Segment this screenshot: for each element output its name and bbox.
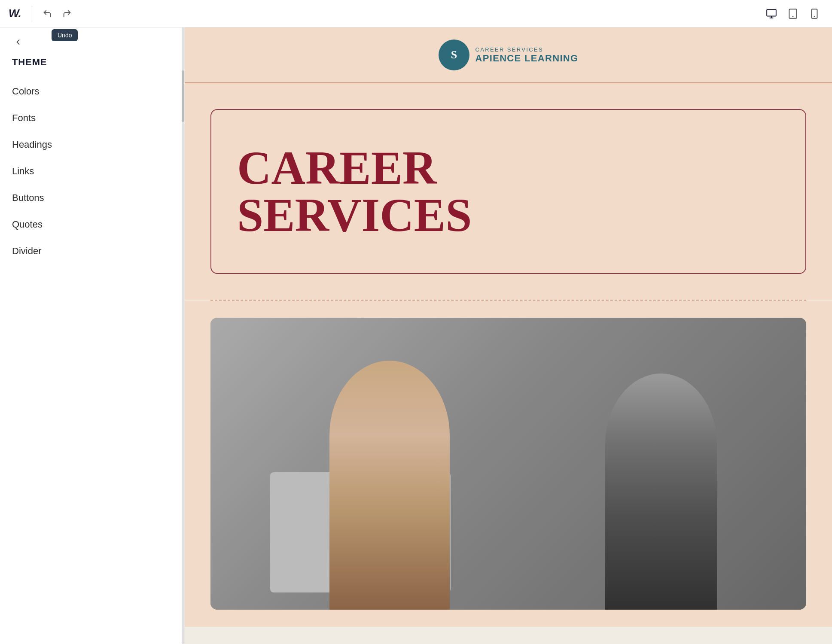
sidebar-item-fonts[interactable]: Fonts	[0, 105, 184, 131]
device-switcher	[762, 5, 823, 23]
tablet-icon	[787, 8, 798, 19]
person-left-silhouette	[329, 361, 450, 610]
sidebar-scrollbar[interactable]	[182, 27, 184, 644]
sidebar-item-links[interactable]: Links	[0, 158, 184, 185]
site-header: S CAREER SERVICES APIENCE LEARNING	[185, 27, 832, 83]
hero-title-line1: CAREER	[237, 142, 437, 194]
desktop-view-button[interactable]	[762, 5, 780, 23]
canvas-area: S CAREER SERVICES APIENCE LEARNING CAREE…	[185, 27, 832, 644]
topbar-actions	[39, 6, 75, 22]
photo-box	[210, 318, 806, 610]
sidebar-item-headings[interactable]: Headings	[0, 131, 184, 158]
site-logo-icon: S	[439, 39, 469, 70]
hero-box: CAREER SERVICES	[210, 109, 806, 274]
site-logo-area: S CAREER SERVICES APIENCE LEARNING	[439, 39, 579, 70]
sidebar-item-colors[interactable]: Colors	[0, 78, 184, 105]
back-button[interactable]	[12, 36, 24, 48]
sidebar-scroll-thumb	[182, 70, 184, 122]
website-preview: S CAREER SERVICES APIENCE LEARNING CAREE…	[185, 27, 832, 644]
sidebar-item-buttons[interactable]: Buttons	[0, 185, 184, 211]
topbar: W.	[0, 0, 832, 27]
redo-icon	[62, 9, 72, 18]
mobile-view-button[interactable]	[805, 5, 823, 23]
site-logo-maintext: APIENCE LEARNING	[475, 53, 579, 64]
svg-rect-0	[767, 9, 776, 16]
svg-text:S: S	[451, 49, 457, 61]
brand-logo-svg: S	[443, 44, 465, 66]
sidebar-back-area	[0, 27, 184, 52]
undo-button[interactable]	[39, 6, 55, 22]
sidebar: THEME Colors Fonts Headings Links Button…	[0, 27, 185, 644]
app-logo: W.	[9, 7, 21, 20]
sidebar-item-quotes[interactable]: Quotes	[0, 211, 184, 238]
tablet-view-button[interactable]	[784, 5, 802, 23]
mobile-icon	[809, 8, 820, 19]
desktop-icon	[766, 8, 777, 19]
hero-title-line2: SERVICES	[237, 189, 472, 241]
redo-button[interactable]	[59, 6, 75, 22]
hero-title: CAREER SERVICES	[237, 144, 780, 239]
photo-section	[185, 301, 832, 627]
site-logo-text: CAREER SERVICES APIENCE LEARNING	[475, 46, 579, 64]
hero-section: CAREER SERVICES	[185, 83, 832, 300]
topbar-divider	[32, 6, 32, 21]
undo-icon	[43, 9, 52, 18]
back-arrow-icon	[14, 38, 22, 46]
theme-section-title: THEME	[0, 52, 184, 78]
site-logo-subtitle: CAREER SERVICES	[475, 46, 579, 53]
sidebar-item-divider[interactable]: Divider	[0, 238, 184, 264]
person-right-silhouette	[605, 374, 717, 610]
